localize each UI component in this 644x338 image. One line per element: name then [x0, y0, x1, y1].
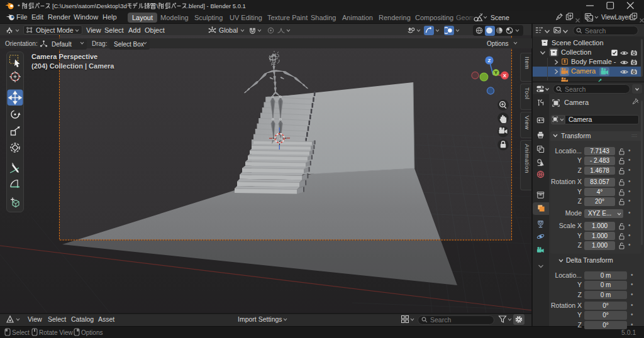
svg-text:Z: Z: [488, 58, 491, 63]
svg-text:X: X: [503, 73, 507, 79]
svg-text:Y: Y: [494, 70, 497, 75]
